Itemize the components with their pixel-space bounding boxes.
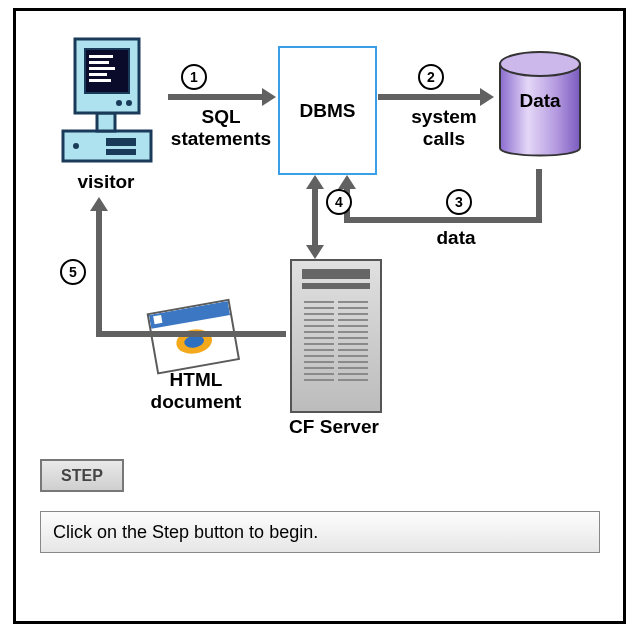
svg-rect-2 [106, 149, 136, 155]
data-label: Data [496, 90, 584, 112]
svg-rect-9 [89, 67, 115, 70]
arrow-5-seg1 [102, 331, 286, 337]
html-doc-label: HTML document [136, 369, 256, 413]
diagram-frame: visitor DBMS Data [13, 8, 626, 624]
visitor-node [51, 31, 161, 171]
arrow-2-head [480, 88, 494, 106]
step-3-badge: 3 [446, 189, 472, 215]
svg-point-14 [500, 52, 580, 76]
arrow-3-label: data [416, 227, 496, 249]
step-1-badge: 1 [181, 64, 207, 90]
arrow-1 [168, 94, 262, 100]
step-4-badge: 4 [326, 189, 352, 215]
svg-rect-10 [89, 73, 107, 76]
svg-rect-11 [89, 79, 111, 82]
svg-rect-4 [97, 113, 115, 131]
cfserver-label: CF Server [264, 416, 404, 438]
arrow-3-seg2 [350, 217, 542, 223]
svg-rect-7 [89, 55, 113, 58]
arrow-3-head [338, 175, 356, 189]
arrow-2 [378, 94, 480, 100]
computer-icon [51, 31, 161, 171]
arrow-5-seg2 [96, 211, 102, 337]
visitor-label: visitor [51, 171, 161, 193]
diagram-canvas: visitor DBMS Data [0, 0, 640, 632]
arrow-2-label: system calls [394, 106, 494, 150]
dbms-node: DBMS [278, 46, 377, 175]
arrow-5-head [90, 197, 108, 211]
arrow-3-seg1 [536, 169, 542, 223]
step-button[interactable]: STEP [40, 459, 124, 492]
arrow-4-head-down [306, 245, 324, 259]
arrow-4-head-up [306, 175, 324, 189]
arrow-1-head [262, 88, 276, 106]
step-2-badge: 2 [418, 64, 444, 90]
svg-point-13 [126, 100, 132, 106]
data-node: Data [496, 46, 584, 166]
svg-rect-8 [89, 61, 109, 64]
cfserver-node [284, 259, 384, 419]
dbms-label: DBMS [300, 100, 356, 122]
message-box: Click on the Step button to begin. [40, 511, 600, 553]
svg-point-3 [73, 143, 79, 149]
arrow-1-label: SQL statements [161, 106, 281, 150]
svg-rect-1 [106, 138, 136, 146]
step-5-badge: 5 [60, 259, 86, 285]
arrow-4 [312, 189, 318, 245]
svg-point-12 [116, 100, 122, 106]
